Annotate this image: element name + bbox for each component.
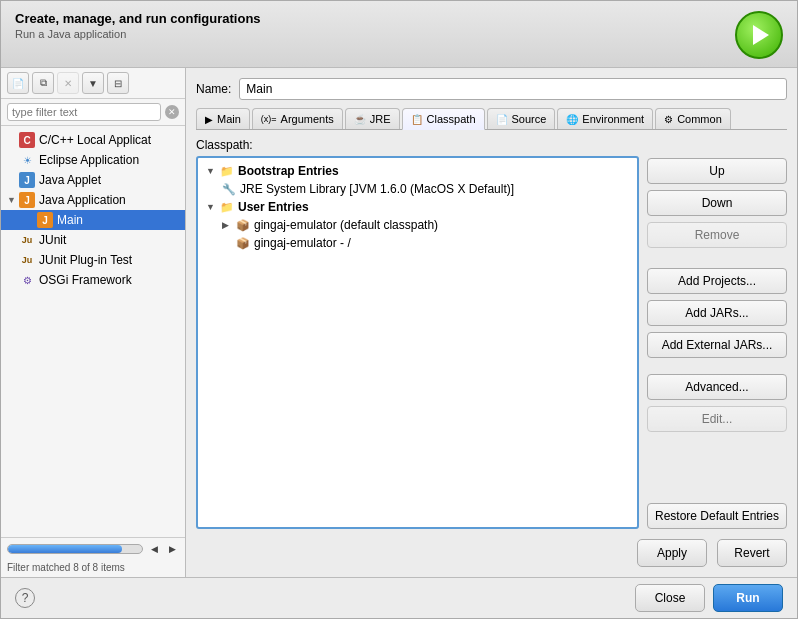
nav-prev-button[interactable]: ◀: [147, 542, 161, 556]
cp-gingaj1[interactable]: ▶ 📦 gingaj-emulator (default classpath): [198, 216, 637, 234]
tab-main-label: Main: [217, 113, 241, 125]
cp-user-icon: 📁: [220, 201, 234, 214]
edit-button[interactable]: Edit...: [647, 406, 787, 432]
tree-item-osgi[interactable]: ⚙ OSGi Framework: [1, 270, 185, 290]
close-button[interactable]: Close: [635, 584, 705, 612]
main-dialog: Create, manage, and run configurations R…: [0, 0, 798, 619]
cp-jre-icon: 🔧: [222, 183, 236, 196]
tree-item-label: JUnit Plug-in Test: [39, 253, 132, 267]
tree-item-eclipse[interactable]: ☀ Eclipse Application: [1, 150, 185, 170]
run-button[interactable]: Run: [713, 584, 783, 612]
cp-gingaj1-icon: 📦: [236, 219, 250, 232]
sidebar: 📄 ⧉ ✕ ▼ ⊟ ✕ C C/C++ Local Applicat ☀: [1, 68, 186, 577]
cp-toggle: ▼: [206, 202, 216, 212]
classpath-tree[interactable]: ▼ 📁 Bootstrap Entries 🔧 JRE System Libra…: [196, 156, 639, 529]
tree-item-junit[interactable]: Ju JUnit: [1, 230, 185, 250]
nav-next-button[interactable]: ▶: [165, 542, 179, 556]
add-jars-button[interactable]: Add JARs...: [647, 300, 787, 326]
tabs-row: ▶ Main (x)= Arguments ☕ JRE 📋 Classpath …: [196, 108, 787, 130]
name-input[interactable]: [239, 78, 787, 100]
dialog-title: Create, manage, and run configurations: [15, 11, 261, 26]
cp-bootstrap-section[interactable]: ▼ 📁 Bootstrap Entries: [198, 162, 637, 180]
search-input[interactable]: [7, 103, 161, 121]
tab-classpath-label: Classpath: [427, 113, 476, 125]
dialog-body: 📄 ⧉ ✕ ▼ ⊟ ✕ C C/C++ Local Applicat ☀: [1, 68, 797, 577]
tree-item-label: OSGi Framework: [39, 273, 132, 287]
junit-icon: Ju: [19, 232, 35, 248]
tree-item-applet[interactable]: J Java Applet: [1, 170, 185, 190]
dialog-subtitle: Run a Java application: [15, 28, 261, 40]
down-button[interactable]: Down: [647, 190, 787, 216]
tree-item-junit-plugin[interactable]: Ju JUnit Plug-in Test: [1, 250, 185, 270]
tab-common-label: Common: [677, 113, 722, 125]
sidebar-status: Filter matched 8 of 8 items: [1, 560, 185, 577]
cp-gingaj2-icon: 📦: [236, 237, 250, 250]
common-tab-icon: ⚙: [664, 114, 673, 125]
tab-arguments-label: Arguments: [281, 113, 334, 125]
apply-button[interactable]: Apply: [637, 539, 707, 567]
advanced-button[interactable]: Advanced...: [647, 374, 787, 400]
classpath-area: Classpath: ▼ 📁 Bootstrap Entries 🔧 JRE S…: [196, 138, 787, 529]
jre-tab-icon: ☕: [354, 114, 366, 125]
dialog-header: Create, manage, and run configurations R…: [1, 1, 797, 68]
tree-item-main[interactable]: J Main: [1, 210, 185, 230]
footer-right: Close Run: [635, 584, 783, 612]
tab-arguments[interactable]: (x)= Arguments: [252, 108, 343, 129]
help-button[interactable]: ?: [15, 588, 35, 608]
cp-toggle-exp: ▶: [222, 220, 232, 230]
tab-common[interactable]: ⚙ Common: [655, 108, 731, 129]
cpp-icon: C: [19, 132, 35, 148]
cp-user-label: User Entries: [238, 200, 309, 214]
classpath-label: Classpath:: [196, 138, 639, 152]
cp-user-section[interactable]: ▼ 📁 User Entries: [198, 198, 637, 216]
revert-button[interactable]: Revert: [717, 539, 787, 567]
cp-jre-lib[interactable]: 🔧 JRE System Library [JVM 1.6.0 (MacOS X…: [198, 180, 637, 198]
tab-environment[interactable]: 🌐 Environment: [557, 108, 653, 129]
add-projects-button[interactable]: Add Projects...: [647, 268, 787, 294]
cp-gingaj2[interactable]: 📦 gingaj-emulator - /: [198, 234, 637, 252]
search-box: ✕: [1, 99, 185, 126]
collapse-button[interactable]: ⊟: [107, 72, 129, 94]
run-icon-button[interactable]: [735, 11, 783, 59]
bottom-row: Apply Revert: [196, 529, 787, 567]
name-label: Name:: [196, 82, 231, 96]
tab-main[interactable]: ▶ Main: [196, 108, 250, 129]
tree-item-java-app[interactable]: ▼ J Java Application: [1, 190, 185, 210]
cp-toggle: ▼: [206, 166, 216, 176]
tree-item-label: Java Application: [39, 193, 126, 207]
progress-bar: [7, 544, 143, 554]
tab-jre[interactable]: ☕ JRE: [345, 108, 400, 129]
sidebar-bottom: ◀ ▶: [1, 537, 185, 560]
arguments-tab-icon: (x)=: [261, 114, 277, 124]
header-text: Create, manage, and run configurations R…: [15, 11, 261, 40]
cp-bootstrap-label: Bootstrap Entries: [238, 164, 339, 178]
tab-source-label: Source: [512, 113, 547, 125]
tab-classpath[interactable]: 📋 Classpath: [402, 108, 485, 130]
cp-section-icon: 📁: [220, 165, 234, 178]
tree-item-label: C/C++ Local Applicat: [39, 133, 151, 147]
remove-button[interactable]: Remove: [647, 222, 787, 248]
osgi-icon: ⚙: [19, 272, 35, 288]
tree-item-label: Java Applet: [39, 173, 101, 187]
tree-item-label: Eclipse Application: [39, 153, 139, 167]
main-tab-icon: ▶: [205, 114, 213, 125]
add-external-jars-button[interactable]: Add External JARs...: [647, 332, 787, 358]
cp-gingaj2-label: gingaj-emulator - /: [254, 236, 351, 250]
environment-tab-icon: 🌐: [566, 114, 578, 125]
classpath-buttons: Up Down Remove Add Projects... Add JARs.…: [647, 138, 787, 529]
search-clear-button[interactable]: ✕: [165, 105, 179, 119]
tree-item-label: Main: [57, 213, 83, 227]
tab-source[interactable]: 📄 Source: [487, 108, 556, 129]
dialog-footer: ? Close Run: [1, 577, 797, 618]
duplicate-button[interactable]: ⧉: [32, 72, 54, 94]
java-app-icon: J: [19, 192, 35, 208]
tab-environment-label: Environment: [582, 113, 644, 125]
filter-button[interactable]: ▼: [82, 72, 104, 94]
cp-gingaj1-label: gingaj-emulator (default classpath): [254, 218, 438, 232]
new-config-button[interactable]: 📄: [7, 72, 29, 94]
up-button[interactable]: Up: [647, 158, 787, 184]
tree-item-cpp[interactable]: C C/C++ Local Applicat: [1, 130, 185, 150]
progress-fill: [8, 545, 122, 553]
restore-button[interactable]: Restore Default Entries: [647, 503, 787, 529]
delete-button[interactable]: ✕: [57, 72, 79, 94]
